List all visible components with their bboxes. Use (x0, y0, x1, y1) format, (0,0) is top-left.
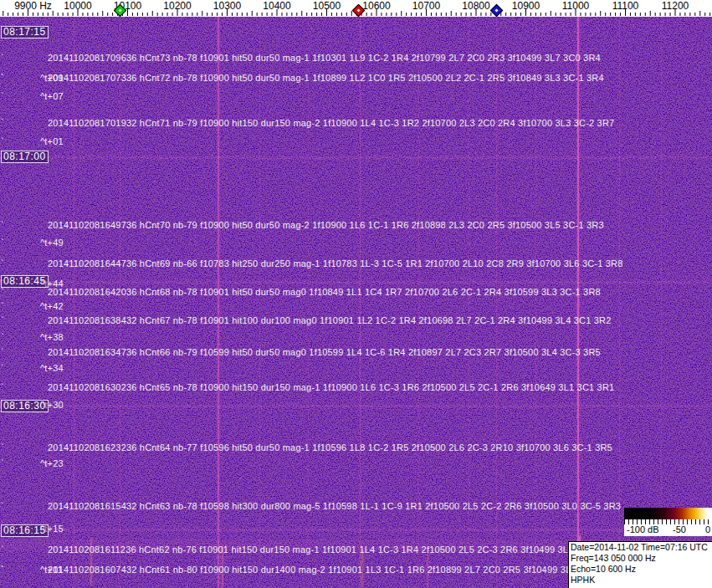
detection-text-row: 20141102081707336 hCnt72 nb-78 f10900 hi… (48, 73, 604, 83)
row-edge-marker: ` (1, 458, 4, 468)
freq-axis-label: 10400 (263, 0, 290, 12)
row-edge-marker: ` (1, 501, 4, 511)
detection-text-row: 20141102081607432 hCnt61 nb-80 f10900 hi… (48, 565, 600, 575)
noise-band (0, 405, 712, 407)
time-label: 08:17:15 (1, 26, 49, 38)
time-offset-label: ^t+07 (40, 91, 64, 101)
row-edge-marker: ` (1, 220, 4, 230)
detection-text-row: 20141102081611236 hCnt62 nb-76 f10901 hi… (48, 545, 597, 555)
row-edge-marker: ` (1, 382, 4, 392)
time-offset-label: ^t+38 (40, 332, 64, 342)
row-edge-marker: ` (1, 315, 4, 325)
freq-axis-label: 10700 (412, 0, 440, 12)
detection-text-row: 20141102081615432 hCnt63 nb-78 f10598 hi… (48, 501, 621, 511)
time-label: 08:16:30 (1, 400, 49, 412)
detection-text-row: 20141102081644736 hCnt69 nb-66 f10783 hi… (48, 258, 623, 268)
info-frequency: Freq=143 050 000 Hz (571, 553, 711, 564)
noise-band (0, 529, 712, 531)
time-offset-label: ^t+23 (40, 458, 64, 468)
row-edge-marker: ` (1, 347, 4, 357)
db-scale-labels: -100 dB -50 0 (624, 524, 712, 536)
noise-band (0, 156, 712, 159)
row-edge-marker: ` (1, 258, 4, 268)
db-label-max: 0 (705, 524, 710, 534)
detection-text-row: 20141102081709636 hCnt73 nb-78 f10901 hi… (48, 53, 601, 63)
detection-text-row: 20141102081649736 hCnt70 nb-79 f10900 hi… (48, 220, 604, 230)
time-offset-label: ^t+42 (40, 301, 64, 311)
green-marker-dot (118, 8, 121, 12)
freq-axis-label: 10500 (313, 0, 341, 12)
freq-axis-label: 10900 (512, 0, 540, 12)
row-edge-marker: ` (1, 565, 4, 575)
info-station: HPHK (571, 575, 711, 585)
db-scale-bar: -100 dB -50 0 (624, 508, 712, 536)
signal-line (661, 17, 662, 588)
freq-axis-label: 11200 (662, 0, 689, 12)
row-edge-marker: ` (1, 301, 4, 311)
row-edge-marker: ` (1, 442, 4, 453)
row-edge-marker: ` (1, 91, 4, 101)
status-info-box: Date=2014-11-02 Time=07:16 UTC Freq=143 … (568, 541, 712, 588)
row-edge-marker: ` (1, 332, 4, 342)
spectrogram-app-window: 9900 Hz100001010010200103001040010500106… (0, 0, 712, 588)
row-edge-marker: ` (1, 238, 4, 248)
db-scale-gradient (624, 508, 712, 519)
detection-text-row: 20141102081642036 hCnt68 nb-78 f10901 hi… (48, 287, 601, 297)
time-offset-label: ^t+49 (40, 238, 64, 248)
freq-axis-label: 11000 (562, 0, 589, 12)
time-offset-label: ^t+34 (40, 363, 64, 373)
time-offset-label: ^t+01 (40, 136, 64, 146)
detection-text-row: 20141102081701932 hCnt71 nb-79 f10900 hi… (48, 118, 614, 128)
db-label-mid: -50 (673, 524, 686, 534)
freq-axis-label: 9900 Hz (14, 0, 52, 12)
row-edge-marker: ` (1, 73, 4, 83)
time-label: 08:17:00 (1, 151, 49, 163)
row-edge-marker: ` (1, 136, 4, 146)
info-date-time: Date=2014-11-02 Time=07:16 UTC (571, 542, 711, 553)
freq-axis-label: 10300 (213, 0, 241, 12)
blue-marker-dot (494, 8, 498, 12)
time-label: 08:16:15 (1, 524, 49, 537)
time-label: 08:16:45 (1, 275, 49, 288)
db-label-min: -100 dB (627, 524, 659, 534)
freq-axis-label: 10600 (362, 0, 390, 12)
freq-axis-label: 10200 (163, 0, 191, 12)
detection-text-row: 20141102081634736 hCnt66 nb-79 f10599 hi… (48, 347, 601, 357)
detection-text-row: 20141102081623236 hCnt64 nb-77 f10596 hi… (48, 442, 612, 453)
noise-band (0, 281, 712, 284)
row-edge-marker: ` (1, 118, 4, 128)
row-edge-marker: ` (1, 545, 4, 555)
red-marker-dot (356, 8, 360, 12)
freq-axis-label: 11100 (612, 0, 639, 12)
row-edge-marker: ` (1, 53, 4, 63)
info-echo: Echo=10 600 Hz (571, 564, 711, 575)
detection-text-row: 20141102081630236 hCnt65 nb-78 f10900 hi… (48, 382, 614, 392)
row-edge-marker: ` (1, 363, 4, 373)
freq-axis-label: 10800 (462, 0, 489, 12)
detection-text-row: 20141102081638432 hCnt67 nb-78 f10901 hi… (48, 315, 612, 325)
row-edge-marker: ` (1, 287, 4, 297)
freq-axis-label: 10000 (64, 0, 91, 12)
